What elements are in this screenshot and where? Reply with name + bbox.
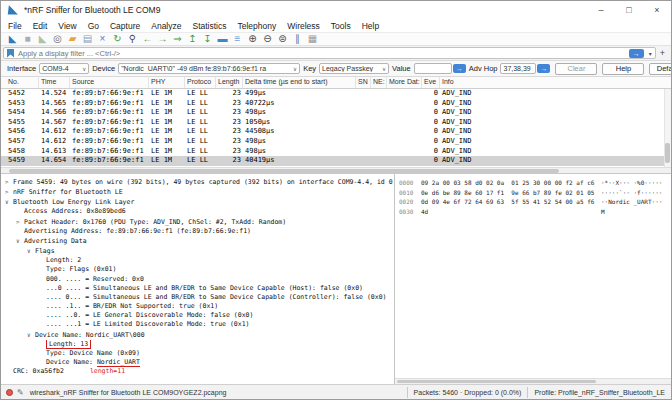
- tree-line[interactable]: Advertising Address: fe:89:b7:66:9e:f1 (…: [1, 227, 394, 236]
- zoom-out-icon[interactable]: ⊖: [260, 33, 275, 45]
- tree-line[interactable]: .... ..0. = LE General Discoverable Mode…: [1, 311, 394, 320]
- tree-line[interactable]: .... .1.. = BR/EDR Not Supported: true (…: [1, 302, 394, 311]
- restart-capture-icon[interactable]: ◣: [35, 33, 50, 45]
- resize-columns-icon[interactable]: ∥: [290, 33, 305, 45]
- column-header-length[interactable]: Length: [216, 77, 243, 88]
- key-select[interactable]: Legacy Passkey ∨: [319, 63, 389, 74]
- tree-line[interactable]: ∨Bluetooth Low Energy Link Layer: [1, 197, 394, 207]
- tree-line[interactable]: Type: Flags (0x01): [1, 265, 394, 274]
- menu-view[interactable]: View: [58, 21, 76, 31]
- go-last-icon[interactable]: ↧: [200, 33, 215, 45]
- expand-icon[interactable]: >: [16, 217, 24, 226]
- tree-line[interactable]: .... ...1 = LE Limited Discoverable Mode…: [1, 320, 394, 329]
- packet-row[interactable]: 545514.567fe:89:b7:66:9e:f1LE 1MLE LL231…: [1, 118, 671, 128]
- tree-line[interactable]: Access Address: 0x8e89bed6: [1, 207, 394, 216]
- reload-icon[interactable]: ↻: [110, 33, 125, 45]
- packet-row[interactable]: 545914.654fe:89:b7:66:9e:f1LE 1MLE LL234…: [1, 156, 671, 166]
- tree-line[interactable]: Length: 2: [1, 256, 394, 265]
- close-file-icon[interactable]: ×: [95, 33, 110, 45]
- expert-info-icon[interactable]: [6, 389, 13, 396]
- menu-file[interactable]: File: [8, 21, 22, 31]
- packet-row[interactable]: 545214.524fe:89:b7:66:9e:f1LE 1MLE LL234…: [1, 89, 671, 99]
- collapse-icon[interactable]: ∨: [27, 330, 35, 339]
- packet-row[interactable]: 545314.565fe:89:b7:66:9e:f1LE 1MLE LL234…: [1, 99, 671, 109]
- hex-row[interactable]: 00304dM: [395, 207, 671, 217]
- close-button[interactable]: ×: [643, 1, 671, 19]
- expand-icon[interactable]: >: [5, 177, 13, 186]
- column-header-delta-time-s-end-to-start[interactable]: Delta time (µs end to start): [243, 77, 356, 88]
- display-filter-input[interactable]: [18, 49, 629, 58]
- menu-statistics[interactable]: Statistics: [192, 21, 226, 31]
- packet-row[interactable]: 545414.566fe:89:b7:66:9e:f1LE 1MLE LL234…: [1, 108, 671, 118]
- tree-line[interactable]: >Packet Header: 0x1760 (PDU Type: ADV_IN…: [1, 217, 394, 227]
- hex-row[interactable]: 00100e d6 be 89 8e 60 17 f1 9e 66 b7 89 …: [395, 188, 671, 198]
- defaults-button[interactable]: Defaults: [649, 63, 672, 75]
- device-select[interactable]: "Nordic_UART\0" -49 dBm fe:89:b7:66:9e:f…: [118, 63, 300, 74]
- collapse-icon[interactable]: ∨: [5, 197, 13, 206]
- profile-status[interactable]: Profile: Profile_nRF_Sniffer_Bluetooth_L…: [527, 387, 671, 398]
- layout-table-icon[interactable]: ▦: [305, 33, 320, 45]
- column-header-source[interactable]: Source: [70, 77, 149, 88]
- tree-line[interactable]: ∨Device Name: Nordic_UART\000: [1, 330, 394, 340]
- advhop-apply-button[interactable]: →: [537, 64, 550, 73]
- advhop-input[interactable]: 37,38,39: [500, 63, 536, 74]
- zoom-100-icon[interactable]: ⊜: [275, 33, 290, 45]
- value-apply-button[interactable]: →: [453, 64, 466, 73]
- help-button[interactable]: Help: [602, 63, 644, 75]
- tree-line[interactable]: ∨Advertising Data: [1, 236, 394, 246]
- tree-line[interactable]: Length: 13: [1, 340, 394, 349]
- packet-list-vertical-scrollbar[interactable]: [664, 89, 671, 167]
- column-header-time[interactable]: Time: [39, 77, 70, 88]
- menu-wireless[interactable]: Wireless: [287, 21, 320, 31]
- expand-icon[interactable]: >: [5, 187, 13, 196]
- column-header-eve[interactable]: Eve: [422, 77, 440, 88]
- column-header-info[interactable]: Info: [440, 77, 671, 88]
- start-capture-icon[interactable]: ◣: [5, 33, 20, 45]
- packet-row[interactable]: 545614.612fe:89:b7:66:9e:f1LE 1MLE LL234…: [1, 127, 671, 137]
- menu-edit[interactable]: Edit: [33, 21, 48, 31]
- menu-capture[interactable]: Capture: [110, 21, 140, 31]
- menu-analyze[interactable]: Analyze: [151, 21, 181, 31]
- hex-horizontal-scrollbar[interactable]: [395, 378, 671, 384]
- zoom-in-icon[interactable]: ⊕: [245, 33, 260, 45]
- colorize-icon[interactable]: ≡: [230, 33, 245, 45]
- tree-line[interactable]: Device Name: Nordic_UART: [1, 358, 394, 367]
- collapse-icon[interactable]: ∨: [16, 236, 24, 245]
- menu-help[interactable]: Help: [362, 21, 379, 31]
- capture-options-icon[interactable]: ◎: [50, 33, 65, 45]
- collapse-icon[interactable]: ∨: [27, 246, 35, 255]
- save-file-icon[interactable]: ▤: [80, 33, 95, 45]
- tree-line[interactable]: >nRF Sniffer for Bluetooth LE: [1, 187, 394, 197]
- bookmark-icon[interactable]: [7, 49, 14, 58]
- column-header-phy[interactable]: PHY: [149, 77, 185, 88]
- auto-scroll-icon[interactable]: ▬: [215, 33, 230, 45]
- stop-capture-icon[interactable]: ■: [20, 33, 35, 45]
- interface-select[interactable]: COM9-4 ∨: [39, 63, 89, 74]
- packet-row[interactable]: 545714.612fe:89:b7:66:9e:f1LE 1MLE LL234…: [1, 137, 671, 147]
- tree-line[interactable]: 000. .... = Reserved: 0x0: [1, 275, 394, 284]
- tree-line[interactable]: Type: Device Name (0x09): [1, 349, 394, 358]
- hex-row[interactable]: 000009 2a 00 03 58 d0 02 0a 01 25 30 00 …: [395, 178, 671, 188]
- menu-telephony[interactable]: Telephony: [238, 21, 277, 31]
- tree-line[interactable]: ...0 .... = Simultaneous LE and BR/EDR t…: [1, 284, 394, 293]
- maximize-button[interactable]: □: [615, 1, 643, 19]
- menu-go[interactable]: Go: [88, 21, 99, 31]
- packet-list-horizontal-scrollbar[interactable]: [1, 167, 671, 174]
- tree-line[interactable]: CRC: 0xa56fb2length=11: [1, 367, 394, 376]
- minimize-button[interactable]: –: [587, 1, 615, 19]
- hex-row[interactable]: 00200d 09 4e 6f 72 64 69 63 5f 55 41 52 …: [395, 197, 671, 207]
- value-input[interactable]: [414, 63, 452, 74]
- column-header-protoco[interactable]: Protoco: [185, 77, 216, 88]
- display-filter-field[interactable]: → ▾: [3, 47, 656, 59]
- tree-line[interactable]: .... 0... = Simultaneous LE and BR/EDR t…: [1, 293, 394, 302]
- go-first-icon[interactable]: ↥: [185, 33, 200, 45]
- packet-row[interactable]: 545814.613fe:89:b7:66:9e:f1LE 1MLE LL234…: [1, 147, 671, 157]
- filter-dropdown-caret-icon[interactable]: ▾: [646, 50, 655, 57]
- go-back-icon[interactable]: ←: [140, 33, 155, 45]
- go-to-packet-icon[interactable]: ⇒: [170, 33, 185, 45]
- find-packet-icon[interactable]: ⚲: [125, 33, 140, 45]
- go-forward-icon[interactable]: →: [155, 33, 170, 45]
- add-filter-button[interactable]: +: [656, 48, 669, 58]
- column-header-sn[interactable]: SN: [356, 77, 371, 88]
- menu-tools[interactable]: Tools: [331, 21, 351, 31]
